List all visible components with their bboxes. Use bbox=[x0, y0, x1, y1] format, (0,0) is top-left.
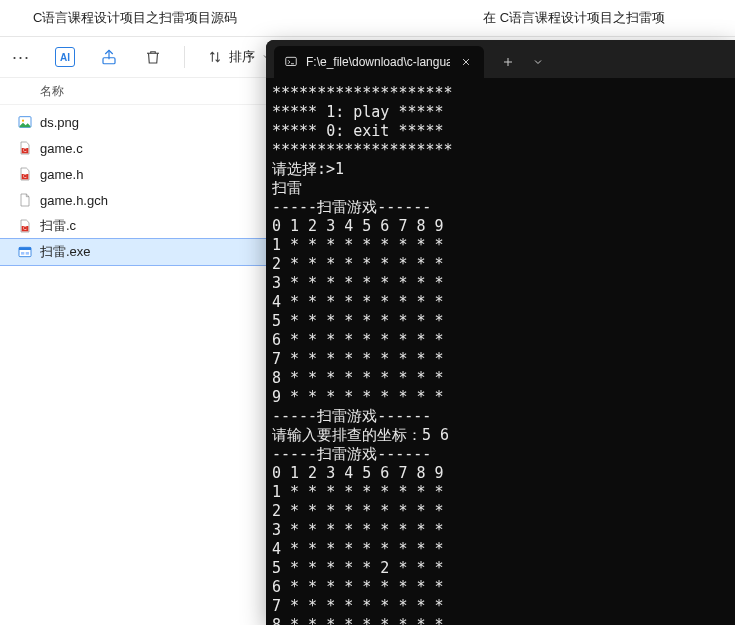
window-title-right: 在 C语言课程设计项目之扫雷项 bbox=[473, 0, 735, 36]
csrc-file-icon: C bbox=[16, 217, 34, 235]
window-captions: C语言课程设计项目之扫雷项目源码 在 C语言课程设计项目之扫雷项 bbox=[0, 0, 735, 36]
file-name: game.h bbox=[40, 167, 83, 182]
tab-close-button[interactable] bbox=[458, 54, 474, 70]
terminal-titlebar[interactable]: F:\e_file\download\c-langua bbox=[266, 40, 735, 78]
file-name: game.c bbox=[40, 141, 83, 156]
terminal-tab-title: F:\e_file\download\c-langua bbox=[306, 55, 450, 69]
csrc-file-icon: C bbox=[16, 139, 34, 157]
image-file-icon bbox=[16, 113, 34, 131]
new-tab-button[interactable] bbox=[492, 46, 524, 78]
tab-dropdown-button[interactable] bbox=[524, 46, 552, 78]
share-button[interactable] bbox=[92, 40, 126, 74]
chevron-down-icon bbox=[532, 56, 544, 68]
file-name: 扫雷.c bbox=[40, 217, 76, 235]
file-name: game.h.gch bbox=[40, 193, 108, 208]
sort-icon bbox=[207, 49, 223, 65]
ellipsis-icon: ··· bbox=[12, 47, 30, 68]
exe-file-icon bbox=[16, 243, 34, 261]
delete-button[interactable] bbox=[136, 40, 170, 74]
column-name-header: 名称 bbox=[40, 83, 64, 100]
file-name: ds.png bbox=[40, 115, 79, 130]
trash-icon bbox=[144, 48, 162, 66]
svg-point-2 bbox=[22, 120, 24, 122]
ai-icon: AI bbox=[55, 47, 75, 67]
ai-button[interactable]: AI bbox=[48, 40, 82, 74]
share-icon bbox=[100, 48, 118, 66]
sort-label: 排序 bbox=[229, 48, 255, 66]
more-actions-button[interactable]: ··· bbox=[4, 40, 38, 74]
toolbar-separator bbox=[184, 46, 185, 68]
close-icon bbox=[461, 57, 471, 67]
window-title-left: C语言课程设计项目之扫雷项目源码 bbox=[23, 0, 283, 36]
plus-icon bbox=[502, 56, 514, 68]
file-name: 扫雷.exe bbox=[40, 243, 91, 261]
file-file-icon bbox=[16, 191, 34, 209]
svg-rect-11 bbox=[21, 252, 24, 255]
terminal-window: F:\e_file\download\c-langua ************… bbox=[266, 40, 735, 625]
terminal-icon bbox=[284, 55, 298, 69]
terminal-output[interactable]: ******************** ***** 1: play *****… bbox=[266, 78, 735, 625]
terminal-tab[interactable]: F:\e_file\download\c-langua bbox=[274, 46, 484, 78]
csrc-file-icon: C bbox=[16, 165, 34, 183]
svg-rect-12 bbox=[26, 252, 29, 255]
svg-rect-10 bbox=[19, 247, 31, 250]
svg-rect-13 bbox=[286, 57, 297, 65]
